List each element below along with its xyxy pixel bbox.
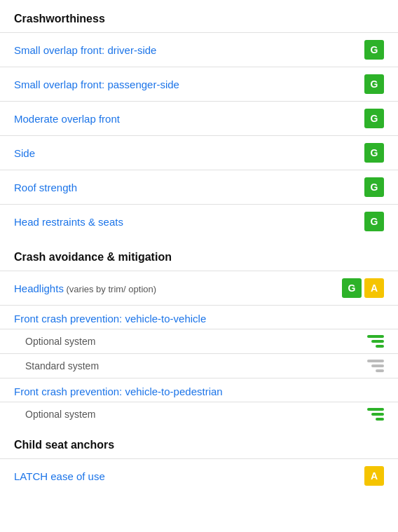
row-head-restraints[interactable]: Head restraints & seats G — [0, 204, 398, 238]
bar-2 — [371, 364, 384, 367]
badge-group: G — [364, 109, 384, 128]
badge-good: G — [364, 177, 384, 197]
row-moderate-overlap[interactable]: Moderate overlap front G — [0, 101, 398, 135]
page-container: Crashworthiness Small overlap front: dri… — [0, 0, 398, 493]
row-latch[interactable]: LATCH ease of use A — [0, 458, 398, 493]
section-header-crash-avoidance: Crash avoidance & mitigation — [0, 238, 398, 271]
row-small-overlap-passenger[interactable]: Small overlap front: passenger-side G — [0, 67, 398, 101]
row-label-headlights: Headlights (varies by trim/ option) — [14, 282, 342, 294]
bar-1 — [367, 335, 384, 338]
badge-good: G — [364, 212, 384, 231]
bars-icon-gray — [367, 360, 384, 372]
badge-good: G — [364, 143, 384, 163]
section-crashworthiness: Crashworthiness Small overlap front: dri… — [0, 0, 398, 238]
bars-icon-green-pedestrian — [367, 408, 384, 421]
bar-3 — [376, 345, 384, 348]
label-fcp-vehicle: Front crash prevention: vehicle-to-vehic… — [14, 313, 206, 325]
row-label-small-overlap-driver: Small overlap front: driver-side — [14, 44, 364, 56]
sublabel-fcp-pedestrian-optional: Optional system — [25, 409, 95, 420]
badge-good: G — [364, 109, 384, 128]
bar-3 — [376, 369, 384, 372]
subrow-fcp-vehicle-optional[interactable]: Optional system — [0, 329, 398, 353]
row-fcp-vehicle[interactable]: Front crash prevention: vehicle-to-vehic… — [0, 305, 398, 329]
section-child-seat: Child seat anchors LATCH ease of use A — [0, 426, 398, 493]
row-roof-strength[interactable]: Roof strength G — [0, 170, 398, 204]
badge-acceptable-headlights: A — [364, 278, 384, 298]
sublabel-fcp-vehicle-optional: Optional system — [25, 336, 95, 347]
section-header-crashworthiness: Crashworthiness — [0, 0, 398, 32]
headlights-main-label: Headlights — [14, 282, 64, 294]
badge-acceptable-latch: A — [364, 466, 384, 486]
badge-good: G — [364, 74, 384, 94]
badge-group-headlights: G A — [342, 278, 384, 298]
bar-1 — [367, 408, 384, 411]
badge-good: G — [364, 40, 384, 60]
subrow-fcp-vehicle-standard[interactable]: Standard system — [0, 353, 398, 378]
badge-group: G — [364, 143, 384, 163]
bars-icon-green — [367, 335, 384, 348]
label-fcp-pedestrian: Front crash prevention: vehicle-to-pedes… — [14, 386, 223, 397]
row-label-roof-strength: Roof strength — [14, 182, 364, 193]
bar-2 — [371, 413, 384, 416]
headlights-suffix: (varies by trim/ option) — [64, 284, 156, 294]
row-small-overlap-driver[interactable]: Small overlap front: driver-side G — [0, 32, 398, 67]
section-header-child-seat: Child seat anchors — [0, 426, 398, 458]
badge-good-headlights: G — [342, 278, 362, 298]
row-fcp-pedestrian[interactable]: Front crash prevention: vehicle-to-pedes… — [0, 378, 398, 402]
row-side[interactable]: Side G — [0, 135, 398, 170]
badge-group: G — [364, 40, 384, 60]
badge-group: G — [364, 212, 384, 231]
row-label-latch: LATCH ease of use — [14, 470, 364, 482]
bar-3 — [376, 418, 384, 421]
row-label-side: Side — [14, 147, 364, 159]
badge-group-latch: A — [364, 466, 384, 486]
row-label-head-restraints: Head restraints & seats — [14, 216, 364, 228]
row-label-small-overlap-passenger: Small overlap front: passenger-side — [14, 79, 364, 90]
section-crash-avoidance: Crash avoidance & mitigation Headlights … — [0, 238, 398, 426]
badge-group: G — [364, 74, 384, 94]
row-headlights[interactable]: Headlights (varies by trim/ option) G A — [0, 271, 398, 305]
badge-group: G — [364, 177, 384, 197]
subrow-fcp-pedestrian-optional[interactable]: Optional system — [0, 402, 398, 426]
sublabel-fcp-vehicle-standard: Standard system — [25, 360, 99, 371]
bar-2 — [371, 340, 384, 343]
bar-1 — [367, 360, 384, 362]
row-label-moderate-overlap: Moderate overlap front — [14, 113, 364, 125]
